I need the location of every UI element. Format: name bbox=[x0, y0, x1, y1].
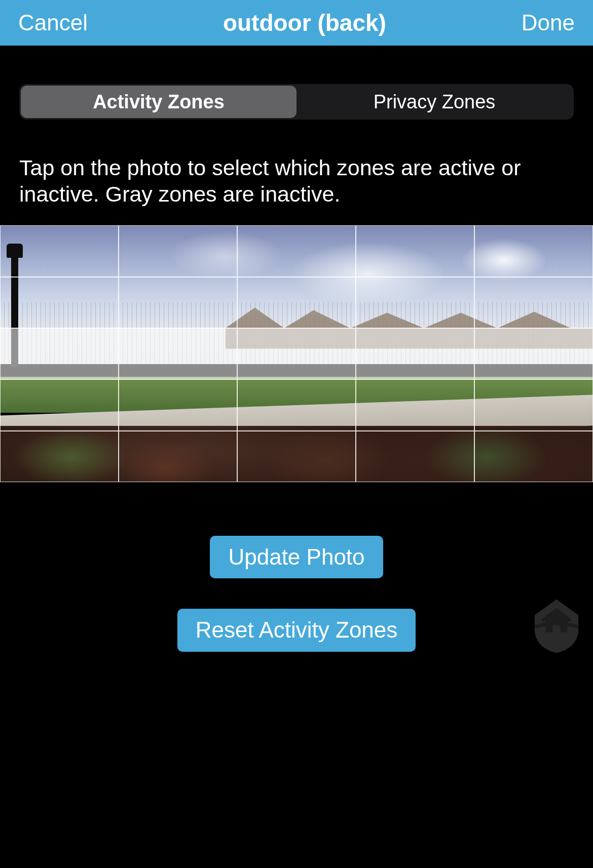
zone-cell[interactable] bbox=[356, 431, 474, 482]
zone-type-segmented-control: Activity Zones Privacy Zones bbox=[19, 84, 574, 120]
zone-cell[interactable] bbox=[474, 379, 593, 430]
zone-cell[interactable] bbox=[119, 328, 237, 379]
zone-cell[interactable] bbox=[356, 225, 474, 277]
zone-cell[interactable] bbox=[474, 328, 593, 379]
update-photo-button[interactable]: Update Photo bbox=[210, 536, 383, 578]
zone-cell[interactable] bbox=[474, 431, 593, 482]
action-buttons: Update Photo Reset Activity Zones bbox=[0, 536, 593, 652]
house-shield-icon bbox=[526, 595, 587, 655]
zone-cell[interactable] bbox=[356, 277, 474, 328]
zone-cell[interactable] bbox=[0, 328, 119, 379]
zone-cell[interactable] bbox=[0, 379, 119, 430]
zone-cell[interactable] bbox=[0, 225, 119, 277]
tab-activity-zones[interactable]: Activity Zones bbox=[21, 86, 296, 118]
tab-privacy-zones[interactable]: Privacy Zones bbox=[296, 86, 572, 118]
svg-rect-0 bbox=[554, 613, 559, 618]
zone-cell[interactable] bbox=[356, 328, 474, 379]
instructions-text: Tap on the photo to select which zones a… bbox=[19, 155, 574, 207]
navbar: Cancel outdoor (back) Done bbox=[0, 0, 593, 46]
zone-cell[interactable] bbox=[119, 225, 237, 277]
zone-cell[interactable] bbox=[356, 379, 474, 430]
zone-cell[interactable] bbox=[119, 431, 237, 482]
zone-cell[interactable] bbox=[0, 431, 119, 482]
zone-cell[interactable] bbox=[474, 277, 593, 328]
zone-cell[interactable] bbox=[474, 225, 593, 277]
cancel-button[interactable]: Cancel bbox=[18, 10, 88, 35]
zone-cell[interactable] bbox=[237, 277, 356, 328]
zone-cell[interactable] bbox=[119, 277, 237, 328]
done-button[interactable]: Done bbox=[522, 10, 575, 35]
zone-cell[interactable] bbox=[0, 277, 119, 328]
reset-activity-zones-button[interactable]: Reset Activity Zones bbox=[177, 609, 416, 651]
page-title: outdoor (back) bbox=[223, 9, 386, 36]
zone-cell[interactable] bbox=[237, 379, 356, 430]
zone-cell[interactable] bbox=[237, 431, 356, 482]
zone-cell[interactable] bbox=[237, 328, 356, 379]
zone-cell[interactable] bbox=[119, 379, 237, 430]
camera-photo-area bbox=[0, 225, 593, 482]
zone-cell[interactable] bbox=[237, 225, 356, 277]
zone-grid bbox=[0, 225, 593, 482]
